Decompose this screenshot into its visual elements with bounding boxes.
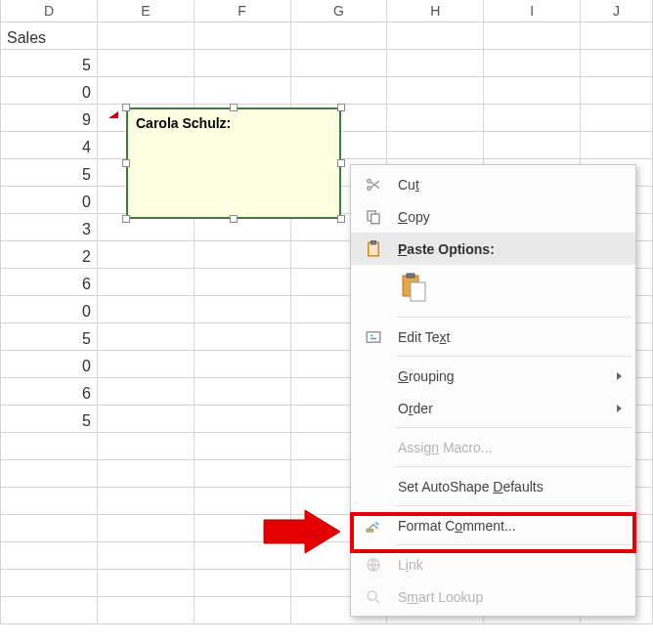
cell[interactable]	[581, 49, 653, 76]
cell[interactable]	[97, 268, 194, 295]
cell[interactable]	[484, 76, 581, 104]
cell[interactable]	[581, 76, 653, 104]
cell[interactable]	[194, 459, 290, 487]
cell[interactable]: 5	[1, 405, 98, 432]
menu-edit-text[interactable]: Edit Text	[351, 321, 635, 353]
cell[interactable]	[97, 405, 194, 432]
cell[interactable]	[97, 49, 194, 76]
cell[interactable]	[1, 596, 98, 623]
col-header[interactable]: F	[194, 0, 290, 21]
menu-order[interactable]: Order	[351, 392, 635, 424]
resize-handle[interactable]	[230, 215, 238, 223]
menu-paste-options[interactable]: Paste Options:	[351, 233, 635, 265]
menu-label: Order	[398, 401, 433, 416]
menu-copy[interactable]: Copy	[351, 200, 635, 233]
cell[interactable]: 0	[1, 186, 98, 213]
menu-format-comment[interactable]: Format Comment...	[351, 509, 635, 541]
cell[interactable]: 5	[1, 49, 98, 76]
resize-handle[interactable]	[122, 159, 130, 167]
cell[interactable]	[194, 240, 290, 268]
cell[interactable]	[97, 487, 194, 514]
cell[interactable]	[97, 541, 194, 569]
cell[interactable]	[194, 377, 290, 405]
cell[interactable]	[484, 131, 581, 158]
cell[interactable]	[97, 514, 194, 541]
cell[interactable]	[194, 49, 290, 76]
cell[interactable]	[290, 49, 387, 76]
col-header[interactable]: D	[1, 0, 98, 21]
resize-handle[interactable]	[337, 159, 345, 167]
cell[interactable]	[1, 487, 98, 514]
cell[interactable]: Sales	[1, 21, 98, 49]
cell[interactable]	[97, 21, 194, 49]
menu-cut[interactable]: Cut	[351, 168, 635, 200]
cell[interactable]	[1, 569, 98, 596]
menu-label: Format Comment...	[398, 518, 516, 534]
cell[interactable]: 9	[1, 104, 98, 131]
cell[interactable]	[194, 487, 290, 514]
cell[interactable]: 5	[1, 322, 98, 350]
resize-handle[interactable]	[122, 215, 130, 223]
cell[interactable]	[484, 104, 581, 131]
cell[interactable]	[290, 21, 387, 49]
col-header[interactable]: I	[484, 0, 581, 21]
cell[interactable]: 0	[1, 295, 98, 322]
menu-grouping[interactable]: Grouping	[351, 360, 635, 392]
cell[interactable]	[194, 322, 290, 350]
cell[interactable]: 6	[1, 268, 98, 295]
cell[interactable]	[387, 104, 484, 131]
cell[interactable]	[194, 21, 290, 49]
cell[interactable]	[97, 295, 194, 322]
resize-handle[interactable]	[337, 104, 345, 111]
cell[interactable]	[484, 49, 581, 76]
cell[interactable]: 0	[1, 76, 98, 104]
cell[interactable]	[1, 459, 98, 487]
cell[interactable]	[387, 76, 484, 104]
col-header[interactable]: G	[290, 0, 387, 21]
cell[interactable]	[97, 569, 194, 596]
menu-label: Edit Text	[398, 329, 450, 345]
col-header[interactable]: E	[97, 0, 194, 21]
cell[interactable]	[97, 377, 194, 405]
cell[interactable]	[194, 350, 290, 377]
col-header[interactable]: J	[581, 0, 653, 21]
cell[interactable]	[97, 432, 194, 459]
cell[interactable]	[1, 514, 98, 541]
cell[interactable]	[581, 21, 653, 49]
cell[interactable]	[387, 49, 484, 76]
cell[interactable]	[484, 21, 581, 49]
svg-rect-10	[367, 529, 372, 531]
comment-box[interactable]: Carola Schulz:	[118, 100, 349, 227]
cell[interactable]	[194, 569, 290, 596]
cell[interactable]: 2	[1, 240, 98, 268]
cell[interactable]	[194, 295, 290, 322]
cell[interactable]	[387, 21, 484, 49]
cell[interactable]	[581, 104, 653, 131]
cell[interactable]: 4	[1, 131, 98, 158]
cell[interactable]	[194, 405, 290, 432]
cell[interactable]	[581, 131, 653, 158]
cell[interactable]	[194, 541, 290, 569]
cell[interactable]	[387, 131, 484, 158]
cell[interactable]	[194, 432, 290, 459]
cell[interactable]: 5	[1, 158, 98, 186]
menu-set-autoshape-defaults[interactable]: Set AutoShape Defaults	[351, 470, 635, 502]
cell[interactable]	[194, 268, 290, 295]
cell[interactable]	[97, 322, 194, 350]
resize-handle[interactable]	[230, 104, 238, 111]
cell[interactable]	[1, 432, 98, 459]
col-header[interactable]: H	[387, 0, 484, 21]
cell[interactable]	[194, 596, 290, 623]
paste-option-button[interactable]	[398, 269, 431, 308]
cell[interactable]: 0	[1, 350, 98, 377]
cell[interactable]	[97, 350, 194, 377]
resize-handle[interactable]	[122, 104, 130, 111]
cell[interactable]	[194, 514, 290, 541]
cell[interactable]	[1, 541, 98, 569]
cell[interactable]	[97, 596, 194, 623]
cell[interactable]	[97, 459, 194, 487]
cell[interactable]: 3	[1, 213, 98, 240]
resize-handle[interactable]	[337, 215, 345, 223]
cell[interactable]: 6	[1, 377, 98, 405]
cell[interactable]	[97, 240, 194, 268]
